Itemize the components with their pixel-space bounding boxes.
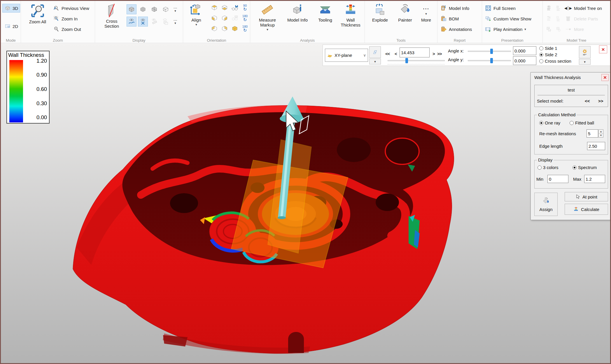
mode-3d-button[interactable]: 3D xyxy=(2,4,20,13)
section-step-fast-back[interactable]: << xyxy=(385,51,390,56)
view-top-button[interactable] xyxy=(210,3,219,12)
spectrum-radio[interactable]: Spectrum xyxy=(573,165,597,170)
section-bar-close-button[interactable]: × xyxy=(599,45,607,53)
display-views-toggle[interactable] xyxy=(161,17,171,27)
fitted-ball-radio[interactable]: Fitted ball xyxy=(570,120,594,125)
restore-view-button[interactable] xyxy=(230,14,239,22)
report-bom-button[interactable]: BOM xyxy=(440,14,459,23)
cross-section-radio[interactable]: Cross section xyxy=(539,59,571,64)
flip-horizontal-icon: ↻ xyxy=(243,18,247,22)
angle-y-slider[interactable] xyxy=(468,60,511,61)
delete-parts-icon-button[interactable] xyxy=(564,14,572,23)
spectrum-label: Spectrum xyxy=(578,165,597,170)
explode-button[interactable]: Explode xyxy=(368,2,392,23)
divider xyxy=(538,95,605,95)
tree-splitter-button[interactable]: ◀│▶ xyxy=(564,4,572,13)
select-model-next-button[interactable]: >> xyxy=(598,99,603,103)
min-input[interactable] xyxy=(547,175,568,183)
side2-radio[interactable]: Side 2 xyxy=(539,52,557,57)
model-tree-row-1: ◀│▶ Model Tree on xyxy=(545,4,602,13)
painter-button[interactable]: Painter xyxy=(394,2,416,23)
section-step-fast-fwd[interactable]: >> xyxy=(437,51,442,56)
tree-expand-button[interactable] xyxy=(555,4,562,13)
tree-hide-button[interactable] xyxy=(545,14,553,23)
tree-more-button[interactable]: ⋯▾ xyxy=(564,25,572,34)
cross-section-button[interactable]: Cross Section xyxy=(100,2,123,29)
zoom-out-button[interactable]: Zoom Out xyxy=(53,25,81,34)
spinner-down-icon[interactable]: ▼ xyxy=(599,134,603,138)
rotate-180-h-button[interactable]: 180↻ xyxy=(241,14,249,22)
zoom-in-button[interactable]: Zoom In xyxy=(53,14,78,23)
edge-length-input[interactable] xyxy=(587,142,605,150)
display-wireframe-toggle[interactable] xyxy=(161,4,171,14)
section-position-slider[interactable] xyxy=(388,60,445,61)
zoom-all-button[interactable]: Zoom All xyxy=(24,2,51,25)
display-shaded-mesh-toggle[interactable] xyxy=(149,4,159,14)
section-position-slider-thumb[interactable] xyxy=(405,58,408,63)
section-plane-tool-dropdown[interactable]: ▾ xyxy=(369,59,381,64)
custom-view-show-button[interactable]: Custom View Show xyxy=(485,14,531,23)
model-info-button[interactable]: Model Info xyxy=(283,2,312,23)
tree-visibility-button[interactable] xyxy=(545,4,553,13)
view-left-button[interactable] xyxy=(210,24,219,33)
angle-x-slider[interactable] xyxy=(468,51,511,52)
angle-y-slider-thumb[interactable] xyxy=(490,58,493,63)
at-point-button[interactable]: At point xyxy=(565,192,608,201)
full-screen-button[interactable]: Full Screen xyxy=(485,4,516,13)
report-annotations-button[interactable]: Annotations xyxy=(440,25,472,34)
section-settings-button[interactable] xyxy=(579,46,591,58)
select-part-button[interactable] xyxy=(545,25,553,34)
wall-thickness-button[interactable]: Wall Thickness xyxy=(338,2,363,28)
rotate-180-v-button[interactable]: 180↻ xyxy=(241,24,249,33)
angle-x-input[interactable] xyxy=(513,46,536,55)
display-style-more-button[interactable]: ⋯▾ xyxy=(172,4,178,14)
measure-markup-button[interactable]: Measure Markup ▾ xyxy=(254,2,281,31)
rotate-90-button[interactable]: 90↻ xyxy=(241,3,249,12)
three-colors-radio[interactable]: 3 colors xyxy=(538,165,559,170)
view-right-button[interactable] xyxy=(220,24,229,33)
one-ray-radio[interactable]: One ray xyxy=(539,120,560,125)
section-plane-select[interactable]: XY-plane ∨ xyxy=(325,49,368,62)
remesh-spinner[interactable]: ▲ ▼ xyxy=(598,129,603,138)
section-position-input[interactable] xyxy=(400,48,430,57)
display-shaded-toggle[interactable] xyxy=(138,4,148,14)
display-shaded-edges-toggle[interactable] xyxy=(127,4,136,14)
tools-more-button[interactable]: ⋯ ▾ More xyxy=(418,2,434,23)
assign-button[interactable]: Assign xyxy=(534,193,558,216)
section-step-back[interactable]: < xyxy=(395,51,397,56)
tree-collapse-button[interactable] xyxy=(555,14,562,23)
max-input[interactable] xyxy=(584,175,605,183)
view-bottom-button[interactable] xyxy=(220,3,229,12)
section-step-fwd[interactable]: > xyxy=(433,51,435,56)
section-settings-dropdown[interactable]: ▾ xyxy=(579,59,591,65)
report-model-info-button[interactable]: Model Info xyxy=(440,4,469,13)
tooling-button[interactable]: Tooling xyxy=(314,2,337,23)
view-back-button[interactable] xyxy=(220,14,229,22)
display-visibility-row: ⋯▾ xyxy=(127,17,178,27)
display-points-toggle[interactable] xyxy=(138,17,148,27)
viewport-3d[interactable] xyxy=(1,43,610,363)
part-display-button[interactable] xyxy=(555,25,562,34)
calculate-button[interactable]: Calculate xyxy=(565,204,608,215)
view-isometric-button[interactable] xyxy=(230,24,239,33)
display-pmi-toggle[interactable] xyxy=(149,17,159,27)
spinner-up-icon[interactable]: ▲ xyxy=(599,130,603,134)
model-info-label: Model Info xyxy=(287,17,308,22)
select-model-prev-button[interactable]: << xyxy=(585,99,590,103)
mode-2d-button[interactable]: 2D xyxy=(2,22,20,31)
remesh-iterations-input[interactable] xyxy=(587,129,598,138)
section-plane-tool-button[interactable] xyxy=(369,46,381,58)
play-animation-button[interactable]: Play Animation ▾ xyxy=(485,25,526,34)
save-view-button[interactable] xyxy=(230,3,239,12)
side1-radio[interactable]: Side 1 xyxy=(539,46,557,51)
view-front-button[interactable] xyxy=(210,14,219,22)
angle-x-slider-thumb[interactable] xyxy=(490,49,493,54)
display-curves-toggle[interactable] xyxy=(127,17,136,27)
align-button[interactable]: Align ▾ xyxy=(187,2,206,27)
angle-y-input[interactable] xyxy=(513,56,536,65)
previous-view-button[interactable]: Previous View xyxy=(53,4,89,13)
panel-close-button[interactable]: × xyxy=(601,74,609,81)
display-visibility-more-button[interactable]: ⋯▾ xyxy=(172,17,178,27)
model-tree-row-3: ⋯▾ More xyxy=(545,25,584,34)
model-select-box: test Select model: << >> xyxy=(534,85,608,107)
